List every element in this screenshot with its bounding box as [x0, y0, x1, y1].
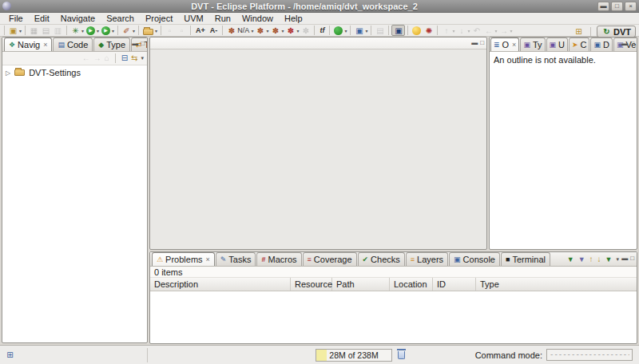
save-button[interactable]: ▦: [28, 25, 40, 36]
editor-panel-button[interactable]: ▣: [391, 25, 405, 36]
close-icon[interactable]: ×: [43, 41, 47, 49]
reminder-button[interactable]: [411, 25, 423, 36]
uvm-browse-button[interactable]: ✽ ▾: [254, 25, 269, 36]
forward-nav-icon[interactable]: →: [93, 53, 101, 63]
open-perspective-button[interactable]: ⊞: [573, 26, 585, 38]
menu-run[interactable]: Run: [209, 13, 236, 24]
fast-view-icon[interactable]: ⊞: [5, 350, 15, 360]
last-edit-button[interactable]: ↶: [471, 25, 483, 36]
editor-panel-icon: ▣: [393, 26, 403, 36]
tab-macros[interactable]: # Macros: [256, 252, 301, 266]
expand-arrow-icon[interactable]: ▷: [6, 69, 10, 77]
view-minimize-button[interactable]: ▬: [621, 40, 628, 47]
tab-terminal[interactable]: ■ Terminal: [501, 252, 550, 266]
font-increase-button[interactable]: A+: [193, 25, 208, 36]
column-id[interactable]: ID: [433, 278, 476, 291]
window-minimize-button[interactable]: ▬: [597, 2, 609, 11]
problems-table-header: Description Resource Path Location ID Ty…: [150, 278, 637, 291]
menu-navigate[interactable]: Navigate: [55, 13, 101, 24]
uvm-phases-button[interactable]: ✽ ▾: [269, 25, 284, 36]
tab-types[interactable]: ▣ Ty: [520, 38, 545, 51]
tab-layers[interactable]: ≡ Layers: [406, 252, 448, 266]
next-annotation-button[interactable]: ↓ ▾: [455, 25, 470, 36]
menu-window[interactable]: Window: [236, 13, 279, 24]
font-decrease-button[interactable]: A-: [208, 25, 220, 36]
view-menu-icon[interactable]: ▾: [616, 255, 619, 264]
column-description[interactable]: Description: [150, 278, 291, 291]
menu-edit[interactable]: Edit: [29, 13, 55, 24]
toggle-tf-button[interactable]: tf: [317, 25, 327, 36]
uvm-factory-button[interactable]: ✽ ▾: [284, 25, 300, 36]
tab-console[interactable]: ▣ Console: [449, 252, 500, 266]
debug-icon: ✳: [70, 26, 81, 36]
problems-table-body[interactable]: [150, 291, 637, 342]
column-type[interactable]: Type: [476, 278, 637, 291]
collapse-all-icon[interactable]: ⊟: [121, 53, 128, 63]
column-resource[interactable]: Resource: [291, 278, 332, 291]
uvm-extra-button[interactable]: ✽: [300, 25, 312, 36]
tab-type[interactable]: ◆ Type: [93, 38, 130, 51]
export-log-icon[interactable]: ▼: [605, 255, 613, 264]
tab-problems[interactable]: ⚠ Problems ×: [152, 252, 215, 266]
view-minimize-button[interactable]: ▬: [132, 40, 138, 47]
tab-label: Code: [67, 40, 88, 49]
run-coverage-button[interactable]: ▶ ▾: [100, 25, 115, 36]
tab-diagrams[interactable]: ▣ D: [590, 38, 612, 51]
view-maximize-button[interactable]: □: [630, 255, 634, 262]
command-mode-input[interactable]: [546, 349, 633, 361]
view-maximize-button[interactable]: □: [630, 40, 634, 47]
back-history-button[interactable]: ← ▾: [483, 25, 498, 36]
forward-history-button[interactable]: → ▾: [498, 25, 514, 36]
group-by-icon[interactable]: ▼: [567, 255, 574, 264]
tab-outline[interactable]: ≣ O ×: [490, 38, 519, 51]
view-minimize-button[interactable]: ▬: [621, 255, 628, 262]
prev-match-icon[interactable]: ↑: [589, 255, 593, 264]
view-minimize-button[interactable]: ▬: [471, 39, 478, 46]
help-support-button[interactable]: ✺: [423, 25, 435, 36]
menu-uvm[interactable]: UVM: [178, 13, 208, 24]
menu-project[interactable]: Project: [140, 13, 178, 24]
menu-search[interactable]: Search: [101, 13, 140, 24]
run-button[interactable]: ▶ ▾: [85, 25, 100, 36]
editor-area[interactable]: ▬ □: [149, 37, 487, 250]
tree-item-dvt-settings[interactable]: DVT-Settings: [29, 68, 81, 77]
dvt-perspective-button[interactable]: ↻ DVT: [597, 26, 636, 38]
new-button[interactable]: ▣ ▾: [7, 25, 22, 36]
prev-annotation-button[interactable]: ↑ ▾: [440, 25, 455, 36]
menu-help[interactable]: Help: [279, 13, 308, 24]
tab-checks[interactable]: ➤ C: [569, 38, 590, 51]
window-maximize-button[interactable]: □: [611, 2, 623, 11]
back-nav-icon[interactable]: ←: [82, 53, 90, 63]
print-button[interactable]: ▥: [52, 25, 64, 36]
close-icon[interactable]: ×: [512, 41, 516, 49]
skip-all-breakpoints-button[interactable]: ▫: [164, 25, 176, 36]
tab-checks[interactable]: ✔ Checks: [358, 252, 405, 266]
tab-coverage[interactable]: ≡ Coverage: [303, 252, 357, 266]
link-editor-icon[interactable]: ⇆: [131, 53, 137, 63]
filter-icon[interactable]: ▼: [578, 255, 585, 264]
window-close-button[interactable]: ×: [625, 2, 637, 11]
view-menu-icon[interactable]: ▾: [141, 53, 144, 63]
close-icon[interactable]: ×: [206, 255, 210, 263]
save-all-button[interactable]: ▤: [40, 25, 52, 36]
menu-file[interactable]: File: [3, 13, 29, 24]
external-tools-button[interactable]: ✐ ▾: [121, 25, 136, 36]
build-status-button[interactable]: ▾: [332, 25, 347, 36]
mark-occurrences-button[interactable]: ▫: [176, 25, 188, 36]
gc-trash-icon[interactable]: [398, 351, 405, 359]
next-match-icon[interactable]: ↓: [597, 255, 601, 264]
uvm-config-button[interactable]: ✽ N/A ▾: [225, 25, 254, 36]
up-nav-icon[interactable]: ⌂: [105, 53, 109, 63]
tab-navigator[interactable]: ❖ Navig ×: [4, 38, 52, 51]
tab-uvm-browser[interactable]: ▣ U: [546, 38, 568, 51]
tab-tasks[interactable]: ✎ Tasks: [216, 252, 256, 266]
view-maximize-button[interactable]: □: [480, 39, 484, 46]
view-maximize-button[interactable]: □: [141, 40, 145, 47]
console-window-button[interactable]: ▣ ▾: [353, 25, 368, 36]
tab-code[interactable]: ▤ Code: [53, 38, 93, 51]
open-resource-button[interactable]: ▾: [141, 25, 158, 36]
debug-button[interactable]: ✳ ▾: [69, 25, 85, 36]
paste-button[interactable]: ▤: [374, 25, 386, 36]
column-path[interactable]: Path: [332, 278, 390, 291]
column-location[interactable]: Location: [390, 278, 433, 291]
